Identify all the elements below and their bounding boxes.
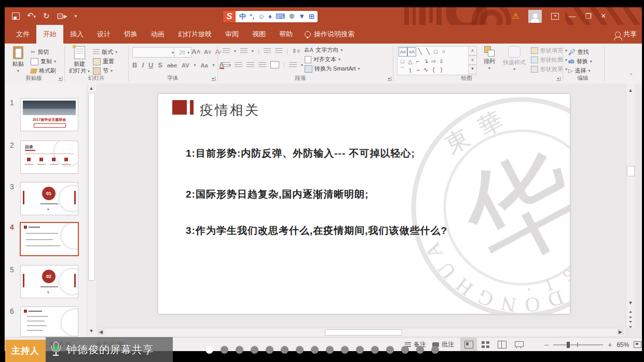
zoom-out-button[interactable]: − — [544, 341, 549, 349]
slide-title[interactable]: 疫情相关 — [200, 101, 260, 119]
participant-dot[interactable] — [296, 346, 304, 354]
font-size-combo[interactable]: 28▾ — [174, 47, 191, 58]
shape-wave-icon[interactable]: ∿ — [422, 65, 430, 74]
thumb-scroll-up-icon[interactable]: ▲ — [87, 86, 95, 91]
thumbnail-scrollbar[interactable]: ▲ ▼ — [87, 83, 95, 337]
zoom-in-button[interactable]: + — [608, 341, 612, 349]
participant-dot[interactable] — [416, 346, 424, 354]
thumb-scroll-down-icon[interactable]: ▼ — [87, 328, 95, 333]
increase-indent-button[interactable] — [275, 48, 282, 54]
align-center-button[interactable] — [235, 62, 242, 68]
microphone-icon[interactable] — [51, 342, 61, 357]
drawing-dialog-launcher[interactable] — [556, 77, 560, 81]
sogou-logo-icon[interactable]: S — [223, 11, 236, 22]
text-direction-button[interactable]: ⇅A文字方向▾ — [305, 46, 342, 54]
slide-thumbnail-5[interactable]: 02 ▾ — [21, 266, 78, 298]
participant-dot[interactable] — [356, 346, 364, 354]
tab-view[interactable]: 视图 — [245, 25, 272, 44]
participant-dot[interactable] — [221, 346, 228, 354]
minimize-button[interactable]: — — [568, 12, 576, 20]
zoom-slider-thumb[interactable] — [567, 342, 570, 348]
reading-view-button[interactable] — [494, 338, 510, 351]
ime-emoji-icon[interactable]: ☺ — [258, 11, 265, 22]
shape-arc-icon[interactable]: ⌒ — [399, 65, 406, 74]
align-right-button[interactable] — [246, 62, 254, 68]
participant-dot[interactable] — [401, 346, 409, 354]
slide-thumbnail-1[interactable]: 2017届毕业主题班会 — [21, 99, 78, 131]
slide-thumbnail-3[interactable]: 01 ▾ — [21, 183, 78, 215]
tab-review[interactable]: 审阅 — [218, 25, 245, 44]
account-avatar[interactable] — [528, 10, 542, 23]
shadow-button[interactable]: S — [158, 61, 162, 69]
shape-elbow-arrow-icon[interactable]: ↴ — [422, 57, 430, 65]
convert-smartart-button[interactable]: 转换为 SmartArt▾ — [305, 65, 360, 73]
numbering-button[interactable] — [240, 48, 248, 54]
canvas-scrollbar-thumb[interactable] — [627, 166, 635, 176]
start-slideshow-icon[interactable]: ⊡▸ — [57, 10, 67, 22]
shape-left-brace-icon[interactable]: { — [430, 65, 437, 74]
section-button[interactable]: 节▾ — [93, 67, 113, 75]
bold-button[interactable]: B — [132, 61, 137, 69]
italic-button[interactable]: I — [142, 61, 144, 69]
tab-help[interactable]: 帮助 — [272, 25, 299, 44]
normal-view-button[interactable] — [460, 338, 477, 351]
ime-mode-chinese[interactable]: 中 — [239, 11, 246, 22]
current-slide[interactable]: DONGHUA · 1 9 東華 华 疫情相关 1:目前形势:内防反弹、外防输入… — [158, 94, 570, 314]
ime-person-icon[interactable]: ⚉ — [289, 11, 295, 22]
shape-curve-icon[interactable]: ⌣ — [414, 65, 422, 74]
ime-keyboard-icon[interactable]: ⌨ — [276, 11, 285, 22]
find-button[interactable]: 🔎查找 — [568, 48, 589, 56]
canvas-scroll-up-icon[interactable]: ▲ — [626, 88, 635, 93]
participant-dot[interactable] — [251, 346, 258, 354]
slide-point-3[interactable]: 3:作为学生我们改思考什么,在疫情期间,我们该做些什么? — [186, 224, 447, 238]
paragraph-dialog-launcher[interactable] — [387, 77, 391, 81]
decrease-indent-button[interactable] — [264, 48, 271, 54]
undo-icon[interactable]: ↶▾ — [27, 10, 36, 22]
slide-thumbnail-6[interactable] — [21, 307, 78, 336]
participant-dot[interactable] — [205, 346, 213, 354]
clipboard-dialog-launcher[interactable] — [58, 77, 62, 81]
hscroll-thumb[interactable] — [325, 329, 402, 336]
format-painter-button[interactable]: 格式刷 — [31, 67, 56, 75]
shape-fill-button[interactable]: 形状填充▾ — [531, 47, 567, 54]
close-button[interactable]: × — [601, 11, 606, 21]
share-button[interactable]: 共享 — [615, 25, 637, 44]
shape-oval-icon[interactable]: ○ — [440, 47, 447, 55]
tab-home[interactable]: 开始 — [36, 25, 63, 44]
canvas-vertical-scrollbar[interactable]: ▲ ▼ ⏶⏶ ⏷⏷ — [626, 83, 635, 328]
tab-design[interactable]: 设计 — [90, 25, 117, 44]
shape-triangle-icon[interactable]: △ — [406, 57, 414, 65]
copy-button[interactable]: 复制▾ — [31, 58, 56, 65]
shrink-font-button[interactable]: A˅ — [204, 49, 211, 55]
redo-icon[interactable]: ↻ — [43, 10, 50, 22]
tab-file[interactable]: 文件 — [9, 25, 36, 44]
font-dialog-launcher[interactable] — [211, 77, 215, 81]
tab-animations[interactable]: 动画 — [144, 25, 171, 44]
participant-dot[interactable] — [236, 346, 243, 354]
warning-icon[interactable]: ⚠ — [512, 11, 519, 21]
arrange-button[interactable]: 排列▾ — [480, 45, 499, 72]
ime-mic-icon[interactable]: ♦ — [268, 11, 272, 22]
shape-vtextbox-icon[interactable]: ≡A — [407, 47, 416, 57]
justify-button[interactable] — [258, 62, 266, 68]
quick-styles-button[interactable]: 快速样式▾ — [501, 45, 528, 73]
hscroll-left-icon[interactable]: ◀ — [98, 329, 104, 335]
collapse-ribbon-icon[interactable]: ⌃ — [629, 73, 633, 78]
font-name-combo[interactable]: ▾ — [132, 47, 176, 58]
shape-scribble-icon[interactable]: ʅ — [406, 65, 414, 74]
ime-skin-icon[interactable]: ▼ — [298, 11, 305, 22]
shape-rect-icon[interactable]: □ — [432, 47, 440, 55]
shape-elbow-icon[interactable]: ⌐ — [414, 57, 422, 65]
align-left-button[interactable] — [223, 62, 230, 68]
participant-dot[interactable] — [371, 346, 379, 354]
shapes-scroll-down[interactable]: ∨ — [468, 55, 477, 65]
shapes-gallery-more[interactable]: ▼ — [468, 65, 477, 74]
slide-thumbnail-4-selected[interactable] — [21, 223, 78, 255]
line-spacing-button[interactable]: ⇕≡ — [292, 48, 300, 54]
shape-right-brace-icon[interactable]: } — [437, 65, 445, 74]
participant-dot[interactable] — [281, 346, 289, 354]
align-text-button[interactable]: 对齐文本▾ — [305, 55, 340, 63]
previous-slide-button[interactable]: ⏶⏶ — [626, 310, 635, 320]
shape-rect2-icon[interactable]: □ — [399, 57, 406, 65]
cut-button[interactable]: ✂剪切 — [31, 48, 49, 56]
